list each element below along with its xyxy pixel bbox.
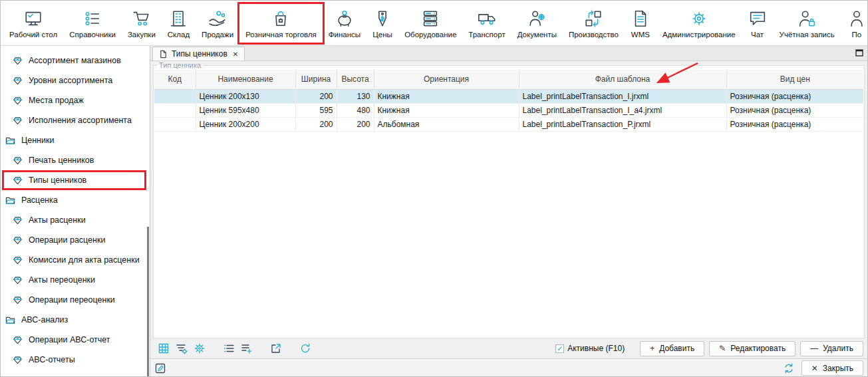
sidebar-item-operatsii-abc-otchet[interactable]: Операции АВС-отчет — [1, 330, 150, 350]
sidebar-folder-rastsenka[interactable]: Расценка — [1, 190, 150, 210]
ribbon-item-label: Финансы — [329, 31, 361, 39]
cell-orientation[interactable]: Альбомная — [374, 117, 519, 131]
sidebar-item-assortiment-magazinov[interactable]: Ассортимент магазинов — [1, 51, 150, 70]
cell-price-kind[interactable]: Розничная (расценка) — [726, 103, 863, 117]
ribbon-item-finance[interactable]: Финансы — [323, 1, 366, 45]
ribbon-item-label: WMS — [631, 31, 650, 39]
sidebar-item-ispolneniya-assortimenta[interactable]: Исполнения ассортимента — [1, 110, 150, 130]
sidebar-item-urovni-assortimenta[interactable]: Уровни ассортимента — [1, 70, 150, 90]
ribbon-item-warehouse[interactable]: Склад — [162, 1, 196, 45]
cell-price-kind[interactable]: Розничная (расценка) — [726, 117, 863, 131]
ribbon-item-label: Розничная торговля — [245, 31, 317, 39]
cell-name[interactable]: Ценник 200x200 — [196, 117, 295, 131]
column-header-template-file[interactable]: Файл шаблона — [519, 70, 726, 89]
cell-code[interactable] — [154, 103, 196, 117]
tab-close-icon[interactable]: ✕ — [231, 51, 238, 58]
refresh-icon[interactable] — [299, 342, 311, 354]
tab-tipy-tsennikov[interactable]: Типы ценников ✕ — [152, 47, 245, 61]
sidebar-item-abc-otchety[interactable]: АВС-отчеты — [1, 350, 150, 370]
ribbon-item-purchases[interactable]: Закупки — [122, 1, 162, 45]
sidebar-item-tipy-tsennikov[interactable]: Типы ценников — [1, 170, 150, 190]
bottom-toolbar: ✓ Активные (F10) + Добавить ✎ Редактиров… — [153, 338, 865, 358]
ribbon-item-label: Оборудование — [404, 31, 456, 39]
cell-code[interactable] — [154, 89, 196, 103]
sidebar-item-mesta-prodazh[interactable]: Места продаж — [1, 90, 150, 110]
ribbon-item-references[interactable]: Справочники — [63, 1, 122, 45]
sidebar-item-operatsii-rastsenki[interactable]: Операции расценки — [1, 230, 150, 250]
ribbon: Рабочий стол Справочники Закупки Склад П — [1, 1, 867, 46]
gear-icon — [689, 9, 709, 29]
column-header-height[interactable]: Высота — [337, 70, 374, 89]
gear-icon[interactable] — [194, 342, 206, 354]
cell-height[interactable]: 200 — [337, 117, 374, 131]
sidebar-folder-abc-analiz[interactable]: АВС-анализ — [1, 310, 150, 330]
ribbon-item-retail[interactable]: Розничная торговля — [239, 1, 323, 45]
sidebar-item-pechat-tsennikov[interactable]: Печать ценников — [1, 150, 150, 170]
column-header-orientation[interactable]: Ориентация — [374, 70, 519, 89]
delete-button[interactable]: — Удалить — [800, 341, 863, 356]
ribbon-item-production[interactable]: Производство — [563, 1, 625, 45]
list-add-icon[interactable] — [241, 342, 253, 354]
ribbon-item-account[interactable]: Учётная запись — [774, 1, 841, 45]
cell-width[interactable]: 200 — [295, 117, 337, 131]
sidebar-item-akty-pereotsenki[interactable]: Акты переоценки — [1, 270, 150, 290]
sidebar-item-operatsii-pereotsenki[interactable]: Операции переоценки — [1, 290, 150, 310]
column-header-price-kind[interactable]: Вид цен — [726, 70, 863, 89]
sidebar-scrollbar-thumb[interactable] — [147, 227, 149, 377]
cell-name[interactable]: Ценник 595x480 — [196, 103, 295, 117]
ribbon-item-prices[interactable]: Цены — [366, 1, 398, 45]
ribbon-item-equipment[interactable]: Оборудование — [398, 1, 462, 45]
price-tag-icon — [372, 9, 392, 29]
cell-height[interactable]: 480 — [337, 103, 374, 117]
ribbon-item-administration[interactable]: Администрирование — [656, 1, 742, 45]
cell-orientation[interactable]: Книжная — [374, 103, 519, 117]
cell-price-kind[interactable]: Розничная (расценка) — [726, 89, 863, 103]
gem-icon — [13, 295, 23, 305]
ribbon-item-desktop[interactable]: Рабочий стол — [3, 1, 63, 45]
sidebar-item-akty-rastsenki[interactable]: Акты расценки — [1, 210, 150, 230]
pricetag-groupbox: Тип ценника Код Наименование Ширина Высо — [153, 61, 865, 338]
cell-width[interactable]: 200 — [295, 89, 337, 103]
grid-settings-icon[interactable] — [158, 342, 170, 354]
cell-orientation[interactable]: Книжная — [374, 89, 519, 103]
cell-code[interactable] — [154, 117, 196, 131]
table-row[interactable]: Ценник 200x130 200 130 Книжная Label_pri… — [154, 89, 863, 103]
ribbon-item-documents[interactable]: Документы — [511, 1, 563, 45]
plus-icon: + — [650, 344, 654, 353]
column-header-width[interactable]: Ширина — [295, 70, 337, 89]
document-icon — [631, 9, 651, 29]
app-window: Рабочий стол Справочники Закупки Склад П — [0, 0, 868, 377]
refresh-icon[interactable] — [783, 362, 795, 374]
cell-width[interactable]: 595 — [295, 103, 337, 117]
column-header-name[interactable]: Наименование — [196, 70, 295, 89]
column-header-code[interactable]: Код — [154, 70, 196, 89]
ribbon-item-sales[interactable]: Продажи — [196, 1, 239, 45]
ribbon-item-wms[interactable]: WMS — [625, 1, 656, 45]
ribbon-item-chat[interactable]: Чат — [742, 1, 774, 45]
ribbon-item-transport[interactable]: Транспорт — [462, 1, 511, 45]
folder-icon — [5, 136, 15, 146]
cell-name[interactable]: Ценник 200x130 — [196, 89, 295, 103]
edit-button[interactable]: ✎ Редактировать — [709, 341, 796, 356]
filter-icon[interactable] — [176, 342, 188, 354]
person-globe-icon — [527, 9, 547, 29]
close-button[interactable]: ✕ Закрыть — [801, 360, 863, 376]
sidebar-item-komissii-dlya-akta-rastsenki[interactable]: Комиссии для акта расценки — [1, 250, 150, 270]
export-icon[interactable] — [270, 342, 282, 354]
cell-height[interactable]: 130 — [337, 89, 374, 103]
gem-icon — [13, 76, 23, 86]
list-icon[interactable] — [223, 342, 235, 354]
ribbon-item-users[interactable]: По — [841, 1, 867, 45]
edit-note-icon[interactable] — [154, 362, 166, 374]
add-button[interactable]: + Добавить — [640, 341, 704, 356]
cell-template-file[interactable]: Label_printLabelTransaction_P.jrxml — [519, 117, 726, 131]
gem-icon — [13, 96, 23, 106]
cell-template-file[interactable]: Label_printLabelTransaction_I_a4.jrxml — [519, 103, 726, 117]
table-row[interactable]: Ценник 200x200 200 200 Альбомная Label_p… — [154, 117, 863, 131]
cell-template-file[interactable]: Label_printLabelTransaction_I.jrxml — [519, 89, 726, 103]
table-row[interactable]: Ценник 595x480 595 480 Книжная Label_pri… — [154, 103, 863, 117]
sidebar-folder-tsenniki[interactable]: Ценники — [1, 130, 150, 150]
active-filter-checkbox[interactable]: ✓ Активные (F10) — [555, 344, 625, 353]
maximize-icon[interactable] — [855, 49, 863, 57]
desktop-icon — [23, 9, 43, 29]
